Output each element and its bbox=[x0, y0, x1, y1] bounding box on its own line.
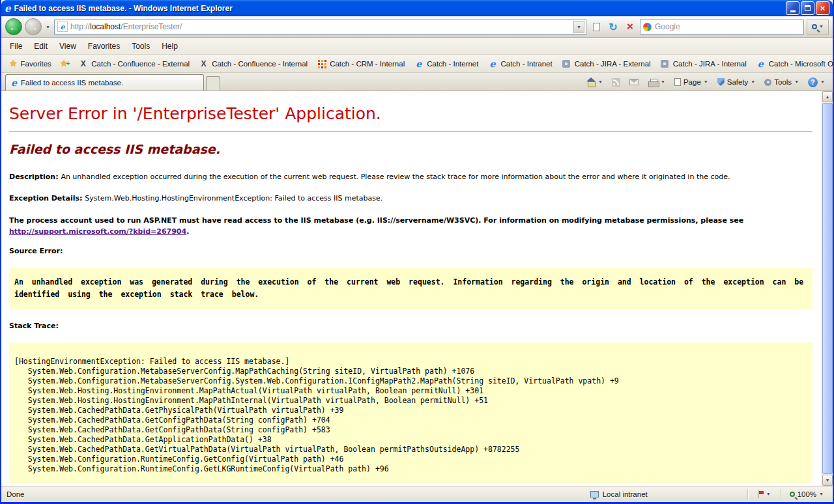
menu-favorites[interactable]: Favorites bbox=[82, 39, 126, 53]
recent-pages-dropdown[interactable]: ▼ bbox=[44, 25, 51, 29]
kb-article-link[interactable]: http://support.microsoft.com/?kbid=26790… bbox=[9, 227, 186, 236]
compatibility-view-button[interactable] bbox=[589, 19, 603, 35]
stop-icon: × bbox=[627, 20, 633, 33]
favorites-link-jira-external[interactable]: Catch - JIRA - External bbox=[558, 57, 655, 70]
favorites-bar: ★ Favorites ★+ XCatch - Confluence - Ext… bbox=[1, 55, 833, 73]
tools-menu-button[interactable]: Tools▼ bbox=[760, 76, 803, 89]
jira-icon bbox=[660, 59, 670, 68]
favorites-link-internet[interactable]: eCatch - Internet bbox=[410, 57, 482, 70]
help-button[interactable]: ?▼ bbox=[804, 75, 829, 90]
print-button[interactable]: ▼ bbox=[644, 76, 669, 89]
gear-icon bbox=[764, 79, 771, 86]
favorites-link-crm-internal[interactable]: Catch - CRM - Internal bbox=[313, 57, 409, 70]
confluence-icon: X bbox=[199, 59, 208, 68]
favorites-link-label: Catch - JIRA - External bbox=[575, 60, 651, 68]
zone-label: Local intranet bbox=[603, 490, 648, 498]
chevron-down-icon: ▼ bbox=[704, 79, 708, 85]
ie-favicon: e bbox=[487, 59, 497, 68]
refresh-button[interactable]: ↻ bbox=[606, 19, 620, 35]
stack-trace-line: System.Web.Hosting.HostingEnvironment.Ma… bbox=[14, 396, 807, 406]
minimize-icon bbox=[790, 10, 796, 12]
forward-button[interactable]: → bbox=[25, 18, 42, 35]
favorites-link-outlook-web[interactable]: eCatch - Microsoft Outlook W... bbox=[752, 57, 833, 70]
stack-trace-line: System.Web.Configuration.RuntimeConfig.G… bbox=[14, 464, 807, 474]
minimize-button[interactable] bbox=[786, 1, 799, 15]
status-bar: Done Local intranet ▼ 100% ▼ bbox=[1, 486, 833, 502]
stack-trace-line: System.Web.CachedPathData.GetApplication… bbox=[14, 435, 807, 445]
description-label: Description: bbox=[9, 173, 61, 181]
search-input[interactable]: Google bbox=[655, 22, 801, 31]
stack-trace-line: System.Web.CachedPathData.GetPhysicalPat… bbox=[14, 406, 807, 415]
statusbar-separator bbox=[780, 489, 781, 499]
read-mail-button[interactable] bbox=[626, 76, 643, 88]
metabase-note: The process account used to run ASP.NET … bbox=[9, 215, 812, 237]
search-button[interactable]: ▼ bbox=[807, 20, 829, 35]
favorites-link-label: Catch - Intranet bbox=[500, 60, 552, 68]
chevron-down-icon: ▼ bbox=[766, 491, 771, 497]
address-scheme: http:// bbox=[70, 22, 90, 31]
address-host: localhost bbox=[90, 22, 121, 31]
favorites-link-intranet[interactable]: eCatch - Intranet bbox=[483, 57, 556, 70]
ie-favicon: e bbox=[414, 59, 424, 68]
confluence-icon: X bbox=[78, 59, 88, 68]
status-text: Done bbox=[7, 490, 585, 498]
add-to-favorites-bar-button[interactable]: ★+ bbox=[57, 57, 73, 70]
stop-button[interactable]: × bbox=[623, 19, 637, 35]
shield-icon bbox=[717, 78, 725, 86]
local-intranet-icon bbox=[590, 491, 599, 497]
menu-view[interactable]: View bbox=[53, 39, 82, 53]
tab-active[interactable]: e Failed to access IIS metabase. bbox=[5, 74, 204, 91]
menu-help[interactable]: Help bbox=[156, 39, 184, 53]
magnifier-icon bbox=[812, 24, 817, 29]
favorites-link-confluence-internal[interactable]: XCatch - Confluence - Internal bbox=[195, 57, 311, 70]
command-bar: ▼ ▼ Page▼ Safety▼ Tools▼ ?▼ bbox=[582, 74, 829, 91]
menu-bar: File Edit View Favorites Tools Help bbox=[1, 38, 833, 55]
menu-file[interactable]: File bbox=[4, 39, 28, 53]
search-box[interactable]: Google bbox=[640, 20, 804, 35]
page-menu-button[interactable]: Page▼ bbox=[670, 76, 712, 89]
menu-tools[interactable]: Tools bbox=[126, 39, 156, 53]
description-text: An unhandled exception occurred during t… bbox=[61, 173, 730, 181]
safety-menu-button[interactable]: Safety▼ bbox=[713, 76, 760, 89]
chevron-down-icon: ▼ bbox=[598, 79, 603, 85]
smartscreen-button[interactable]: ▼ bbox=[753, 490, 775, 498]
favorites-button[interactable]: ★ Favorites bbox=[5, 57, 55, 70]
feeds-button[interactable] bbox=[608, 76, 624, 89]
home-icon bbox=[586, 78, 596, 86]
favorites-link-confluence-external[interactable]: XCatch - Confluence - External bbox=[74, 57, 194, 70]
scrollbar-thumb[interactable] bbox=[822, 103, 833, 474]
address-path: /EnterpriseTester/ bbox=[121, 22, 182, 31]
vertical-scrollbar[interactable]: ▲ ▼ bbox=[822, 91, 833, 486]
refresh-icon: ↻ bbox=[609, 21, 617, 33]
scroll-down-button[interactable]: ▼ bbox=[822, 475, 833, 486]
star-icon: ★ bbox=[9, 59, 18, 68]
description-paragraph: Description: An unhandled exception occu… bbox=[9, 172, 812, 182]
search-dropdown-icon[interactable]: ▼ bbox=[819, 23, 824, 30]
security-zone[interactable]: Local intranet bbox=[590, 490, 698, 498]
back-button[interactable]: ← bbox=[5, 18, 22, 35]
chevron-down-icon: ▼ bbox=[820, 79, 825, 85]
maximize-icon bbox=[805, 5, 811, 11]
menu-edit[interactable]: Edit bbox=[28, 39, 53, 53]
page-icon bbox=[674, 78, 681, 86]
browser-window: e Failed to access IIS metabase. - Windo… bbox=[0, 0, 834, 504]
plus-icon: + bbox=[66, 60, 70, 67]
maximize-button[interactable] bbox=[801, 1, 814, 15]
rss-icon bbox=[612, 78, 620, 87]
favorites-link-jira-internal[interactable]: Catch - JIRA - Internal bbox=[656, 57, 751, 70]
ie-favicon: e bbox=[756, 59, 766, 68]
address-input[interactable]: http://localhost/EnterpriseTester/ bbox=[70, 22, 571, 31]
address-dropdown[interactable]: ▼ bbox=[573, 21, 584, 33]
ie-logo-icon: e bbox=[5, 4, 11, 13]
title-bar[interactable]: e Failed to access IIS metabase. - Windo… bbox=[1, 0, 833, 16]
new-tab-button[interactable] bbox=[206, 76, 220, 91]
zoom-control[interactable]: 100% ▼ bbox=[786, 490, 827, 498]
home-button[interactable]: ▼ bbox=[582, 76, 607, 89]
tab-bar: e Failed to access IIS metabase. ▼ ▼ Pag… bbox=[1, 73, 833, 91]
scroll-up-button[interactable]: ▲ bbox=[822, 91, 833, 102]
close-button[interactable]: × bbox=[816, 1, 829, 15]
address-bar[interactable]: e http://localhost/EnterpriseTester/ ▼ bbox=[54, 20, 586, 35]
error-page: Server Error in '/EnterpriseTester' Appl… bbox=[1, 91, 822, 486]
chevron-down-icon: ▼ bbox=[819, 491, 824, 497]
error-subtitle: Failed to access IIS metabase. bbox=[9, 142, 812, 156]
